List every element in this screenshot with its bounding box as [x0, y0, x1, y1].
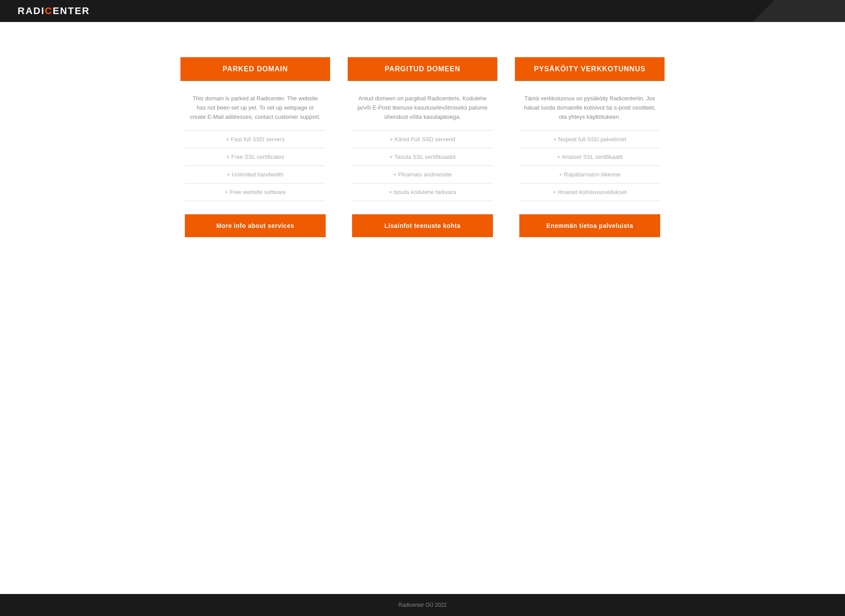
main-content: PARKED DOMAIN This domain is parked at R…: [141, 22, 704, 594]
card-estonian-description: Antud domeen on pargitud Radicenteris. K…: [352, 94, 493, 121]
list-item: + Free SSL certificates: [185, 148, 326, 166]
more-info-button-finnish[interactable]: Enemmän tietoa palveluista: [519, 214, 660, 237]
list-item: + Piiramatu andmeside: [352, 166, 493, 183]
card-estonian-body: Antud domeen on pargitud Radicenteris. K…: [348, 81, 497, 246]
cards-container: PARKED DOMAIN This domain is parked at R…: [158, 57, 687, 246]
list-item: + Fast full SSD servers: [185, 131, 326, 148]
card-estonian-features: + Kiired Full SSD serverid + Tasuta SSL …: [352, 130, 493, 201]
card-finnish-header: PYSÄKÖITY VERKKOTUNNUS: [515, 57, 665, 81]
card-english-body: This domain is parked at Radicenter. The…: [180, 81, 330, 246]
card-finnish-features: + Nopeat full SSD palvelimet + Ilmaiset …: [519, 130, 660, 201]
logo: RADICENTER: [18, 5, 90, 17]
site-footer: Radicenter OÜ 2022: [0, 594, 845, 616]
list-item: + Tasuta SSL sertifikaadid: [352, 148, 493, 166]
list-item: + Free website software: [185, 183, 326, 201]
card-estonian-header: PARGITUD DOMEEN: [348, 57, 497, 81]
list-item: + Ilmaiset kotisivusovellukset: [519, 183, 660, 201]
list-item: + Nopeat full SSD palvelimet: [519, 131, 660, 148]
footer-text: Radicenter OÜ 2022: [398, 602, 446, 608]
card-estonian: PARGITUD DOMEEN Antud domeen on pargitud…: [348, 57, 497, 246]
list-item: + Rajoittarnaton liikenne: [519, 166, 660, 183]
list-item: + tasuta kodulehe tarkvara: [352, 183, 493, 201]
list-item: + Ilmaiset SSL sertifikaatit: [519, 148, 660, 166]
card-finnish-description: Tämä verkkotunnus on pysäköity Radicente…: [519, 94, 660, 121]
card-english: PARKED DOMAIN This domain is parked at R…: [180, 57, 330, 246]
card-english-header: PARKED DOMAIN: [180, 57, 330, 81]
site-header: RADICENTER: [0, 0, 845, 22]
card-english-features: + Fast full SSD servers + Free SSL certi…: [185, 130, 326, 201]
card-english-description: This domain is parked at Radicenter. The…: [185, 94, 326, 121]
list-item: + Unlimited bandwidth: [185, 166, 326, 183]
card-finnish: PYSÄKÖITY VERKKOTUNNUS Tämä verkkotunnus…: [515, 57, 665, 246]
more-info-button-estonian[interactable]: Lisainfot teenuste kohta: [352, 214, 493, 237]
more-info-button-english[interactable]: More Info about services: [185, 214, 326, 237]
card-finnish-body: Tämä verkkotunnus on pysäköity Radicente…: [515, 81, 665, 246]
list-item: + Kiired Full SSD serverid: [352, 131, 493, 148]
